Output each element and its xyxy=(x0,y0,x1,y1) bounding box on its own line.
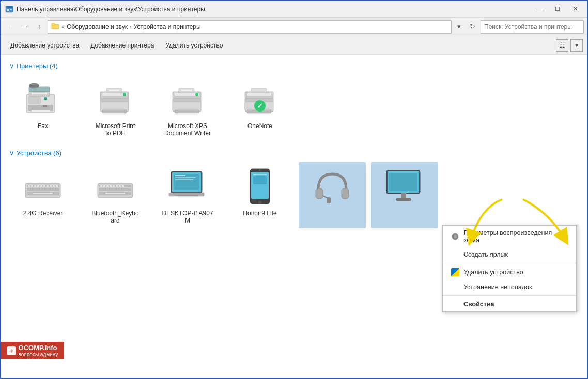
view-dropdown-button[interactable]: ▾ xyxy=(570,39,583,52)
receiver-icon xyxy=(22,166,64,208)
svg-rect-21 xyxy=(102,93,127,96)
dropdown-button[interactable]: ▾ xyxy=(454,20,464,34)
devices-grid: 2.4G Receiver xyxy=(9,162,579,228)
window-icon xyxy=(5,5,13,13)
watermark-title: OCOMP.info xyxy=(19,344,58,352)
ctx-remove-item[interactable]: Удалить устройство xyxy=(443,264,576,280)
svg-rect-30 xyxy=(175,93,199,96)
ms-pdf-label: Microsoft Printto PDF xyxy=(96,122,135,137)
ms-pdf-icon xyxy=(95,79,136,120)
svg-point-81 xyxy=(259,169,260,171)
ctx-remove-label: Удалить устройство xyxy=(463,269,523,276)
svg-rect-93 xyxy=(389,173,417,191)
svg-rect-92 xyxy=(396,198,411,201)
svg-rect-47 xyxy=(28,185,30,187)
device-item-desktop[interactable]: DESKTOP-I1A907M xyxy=(154,162,221,228)
svg-rect-1 xyxy=(6,6,13,8)
svg-rect-45 xyxy=(27,188,59,191)
svg-rect-63 xyxy=(103,185,105,187)
svg-rect-2 xyxy=(7,9,9,11)
svg-rect-53 xyxy=(47,185,49,187)
addressbar: ← → ↑ « Оборудование и звук › Устройства… xyxy=(1,18,587,36)
svg-rect-66 xyxy=(113,185,115,187)
device-item-honor[interactable]: Honor 9 Lite xyxy=(226,162,293,228)
minimize-button[interactable]: — xyxy=(532,4,548,14)
ctx-shortcut-item[interactable]: Создать ярлык xyxy=(443,247,576,262)
ctx-audio-item[interactable]: Параметры воспроизведения звука xyxy=(443,226,576,247)
headset-icon xyxy=(312,166,353,208)
device-item-bt-keyboard[interactable]: Bluetooth_Keyboard xyxy=(82,162,149,228)
svg-rect-70 xyxy=(105,193,125,194)
honor-label: Honor 9 Lite xyxy=(243,210,276,217)
watermark-text-group: OCOMP.info вопросы админу xyxy=(19,344,58,357)
toolbar-right: ☷ ▾ xyxy=(556,39,583,52)
forward-button[interactable]: → xyxy=(19,21,31,33)
honor-icon xyxy=(239,166,281,208)
svg-rect-75 xyxy=(174,174,199,190)
svg-rect-3 xyxy=(10,9,12,10)
xps-icon xyxy=(167,79,208,120)
watermark-plus: + xyxy=(7,346,16,355)
ctx-audio-label: Параметры воспроизведения звука xyxy=(463,229,568,244)
device-item-xps[interactable]: Microsoft XPSDocument Writer xyxy=(154,75,221,141)
printers-section-header[interactable]: ∨ Принтеры (4) xyxy=(9,62,579,70)
watermark-subtitle: вопросы админу xyxy=(19,352,58,357)
receiver-label: 2.4G Receiver xyxy=(23,210,63,217)
svg-rect-52 xyxy=(43,185,45,187)
device-item-receiver[interactable]: 2.4G Receiver xyxy=(9,162,76,228)
device-item-headset[interactable] xyxy=(299,162,366,228)
add-device-button[interactable]: Добавление устройства xyxy=(5,38,84,53)
device-item-monitor[interactable] xyxy=(371,162,438,228)
svg-rect-78 xyxy=(175,179,193,180)
svg-rect-68 xyxy=(119,185,121,187)
xps-label: Microsoft XPSDocument Writer xyxy=(164,122,211,137)
back-button[interactable]: ← xyxy=(4,21,17,33)
maximize-button[interactable]: ☐ xyxy=(550,4,565,14)
svg-rect-40 xyxy=(251,88,267,93)
svg-rect-23 xyxy=(109,90,119,91)
breadcrumb-hardware[interactable]: Оборудование и звук xyxy=(67,23,128,30)
svg-rect-56 xyxy=(56,185,58,187)
titlebar: Панель управления\Оборудование и звук\Ус… xyxy=(1,1,587,18)
svg-rect-88 xyxy=(327,197,331,203)
search-input[interactable] xyxy=(481,20,584,34)
up-button[interactable]: ↑ xyxy=(33,21,45,33)
breadcrumb-arrow1: › xyxy=(130,24,132,30)
svg-rect-77 xyxy=(175,177,196,178)
svg-point-97 xyxy=(454,235,457,238)
svg-rect-8 xyxy=(28,105,53,111)
svg-rect-51 xyxy=(40,185,42,187)
svg-rect-15 xyxy=(43,105,47,107)
onenote-label: OneNote xyxy=(247,122,272,130)
svg-rect-76 xyxy=(175,175,185,176)
devices-section-header[interactable]: ∨ Устройства (6) xyxy=(9,149,579,157)
ctx-troubleshoot-label: Устранение неполадок xyxy=(463,283,532,291)
device-item-fax[interactable]: Fax xyxy=(9,75,76,141)
ctx-separator2 xyxy=(443,295,576,296)
window-controls: — ☐ ✕ xyxy=(532,4,583,14)
svg-rect-60 xyxy=(99,188,131,191)
ctx-separator xyxy=(443,263,576,263)
svg-rect-28 xyxy=(175,110,199,113)
add-printer-button[interactable]: Добавление принтера xyxy=(85,38,159,53)
bt-keyboard-label: Bluetooth_Keyboard xyxy=(91,210,138,224)
device-item-ms-pdf[interactable]: Microsoft Printto PDF xyxy=(82,75,149,141)
svg-point-24 xyxy=(123,93,126,96)
ctx-properties-label: Свойства xyxy=(463,301,494,308)
svg-rect-39 xyxy=(247,93,271,96)
ctx-properties-item[interactable]: Свойства xyxy=(443,297,576,311)
toolbar: Добавление устройства Добавление принтер… xyxy=(1,36,587,55)
svg-rect-54 xyxy=(50,185,52,187)
view-toggle-button[interactable]: ☷ xyxy=(556,39,568,52)
refresh-button[interactable]: ↻ xyxy=(466,21,478,33)
shield-icon xyxy=(451,268,459,276)
breadcrumb-current: Устройства и принтеры xyxy=(134,23,201,30)
ctx-troubleshoot-item[interactable]: Устранение неполадок xyxy=(443,280,576,294)
close-button[interactable]: ✕ xyxy=(567,4,583,14)
svg-rect-80 xyxy=(251,172,269,199)
fax-icon xyxy=(22,79,64,120)
device-item-onenote[interactable]: ✓ OneNote xyxy=(226,75,293,141)
breadcrumb-bar: « Оборудование и звук › Устройства и при… xyxy=(48,20,452,34)
remove-device-button[interactable]: Удалить устройство xyxy=(160,38,228,53)
onenote-icon: ✓ xyxy=(239,79,281,120)
